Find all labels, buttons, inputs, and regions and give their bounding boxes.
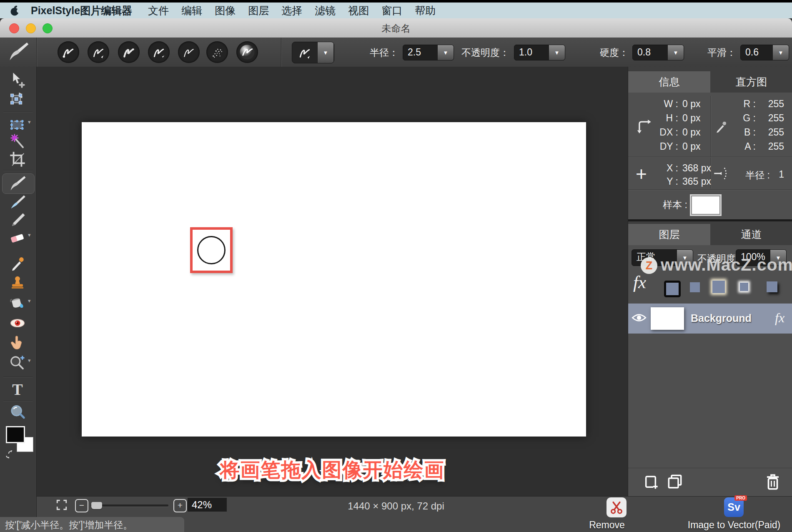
chevron-down-icon: ▼ [667,45,684,60]
remove-background-button[interactable]: Remove Background(Paid) [554,519,660,532]
brush-preset-3[interactable] [118,41,140,63]
menu-item-file[interactable]: 文件 [148,4,169,18]
tab-histogram[interactable]: 直方图 [710,71,792,93]
image-to-vector-button[interactable]: Image to Vector(Paid) [681,519,787,531]
tool-eyedropper[interactable] [5,255,30,273]
b-label: B : [732,127,756,138]
current-tool-brush-icon [6,43,31,61]
tutorial-caption: 将画笔拖入图像开始绘画 将画笔拖入图像开始绘画 [37,457,628,483]
layer-fx-badge[interactable]: fx [775,310,784,326]
divider [3,376,33,377]
tool-eraser[interactable] [5,228,30,247]
smooth-value: 0.6 [741,45,772,60]
zoom-out-button[interactable]: − [75,499,88,512]
remove-background-icon[interactable] [607,497,627,517]
y-value: 365 px [682,176,711,187]
brush-preset-1[interactable] [58,41,79,63]
a-label: A : [732,141,756,152]
layer-effects-label: fx [633,272,646,292]
watermark-text: www.MacZ.com [661,255,792,275]
fx-style-drop-shadow[interactable] [767,281,777,292]
tool-clone-stamp[interactable] [5,274,30,292]
tab-channels[interactable]: 通道 [710,224,792,245]
zoom-percentage[interactable]: 42% [188,498,227,512]
layer-visibility-eye-icon[interactable] [632,313,647,324]
menu-item-view[interactable]: 视图 [348,4,369,18]
tool-paintbrush[interactable] [5,174,30,193]
chevron-down-icon: ▼ [549,45,565,60]
new-layer-button[interactable] [643,473,660,490]
zoom-slider-track[interactable] [91,504,168,507]
chevron-down-icon[interactable]: ▾ [28,119,31,125]
tool-text[interactable]: T [5,380,30,399]
fx-style-outer-glow[interactable] [712,281,725,293]
fx-style-plain[interactable] [690,282,700,292]
tool-move[interactable] [5,71,30,89]
w-label: W : [643,98,678,110]
menu-item-edit[interactable]: 编辑 [181,4,202,18]
menu-item-help[interactable]: 帮助 [415,4,436,18]
divider [3,170,33,171]
fx-style-glow-small[interactable] [740,283,748,291]
layer-row-background[interactable]: Background fx [628,304,792,334]
menu-item-image[interactable]: 图像 [215,4,236,18]
document-canvas[interactable] [82,122,586,437]
a-value: 255 [761,141,784,152]
tab-layers[interactable]: 图层 [628,224,710,245]
tab-info[interactable]: 信息 [628,71,710,93]
h-label: H : [643,113,678,124]
apple-menu-icon[interactable] [10,5,20,16]
divider [710,96,711,188]
chevron-down-icon[interactable]: ▾ [28,298,31,304]
radius-dropdown[interactable]: 2.5 ▼ [403,45,454,60]
tool-crop[interactable] [5,150,30,168]
layer-thumbnail[interactable] [651,307,684,330]
smooth-dropdown[interactable]: 0.6 ▼ [740,45,789,60]
image-to-vector-icon[interactable]: Sv PRO [724,497,744,517]
opacity-dropdown[interactable]: 1.0 ▼ [514,45,565,60]
layer-name[interactable]: Background [691,312,752,324]
menu-item-select[interactable]: 选择 [281,4,302,18]
app-root: PixelStyle图片编辑器 文件 编辑 图像 图层 选择 滤镜 视图 窗口 … [0,0,792,532]
menu-item-filter[interactable]: 滤镜 [315,4,336,18]
tool-paint-bucket[interactable] [5,294,30,313]
tool-zoom-in[interactable] [5,354,30,372]
menu-app-name[interactable]: PixelStyle图片编辑器 [31,4,132,18]
swap-colors-icon[interactable] [4,449,15,459]
tool-palette: ▾ ▾ [0,67,37,532]
hardness-label: 硬度： [579,46,629,59]
duplicate-layer-button[interactable] [667,473,683,490]
opacity-value: 1.0 [514,45,549,60]
chevron-down-icon[interactable]: ▾ [28,232,31,238]
foreground-color-swatch[interactable] [6,426,25,443]
brush-preset-5[interactable] [178,41,200,63]
brush-preset-2[interactable] [88,41,109,63]
tool-airbrush[interactable] [5,193,30,211]
tool-free-transform[interactable] [5,90,30,108]
tool-pencil[interactable] [5,211,30,229]
radius-value: 2.5 [403,45,437,60]
menu-item-window[interactable]: 窗口 [381,4,402,18]
tool-red-eye[interactable] [5,314,30,332]
w-value: 0 px [682,98,700,110]
tool-smudge[interactable] [5,333,30,351]
tool-magnifier[interactable] [5,404,30,422]
zoom-in-button[interactable]: + [173,499,187,512]
tool-magic-wand[interactable] [5,132,30,150]
zoom-slider-thumb[interactable] [91,502,102,509]
chevron-down-icon[interactable]: ▾ [28,357,31,364]
selected-brush-preset-dropdown[interactable]: ▼ [292,42,334,63]
brush-preset-4[interactable] [148,41,170,63]
chevron-down-icon: ▼ [437,45,454,60]
menu-item-layer[interactable]: 图层 [248,4,269,18]
brush-preset-7[interactable] [236,41,258,63]
divider [3,111,33,112]
fx-style-stroke[interactable] [664,281,681,297]
options-toolbar: ▼ 半径： 2.5 ▼ 不透明度： 1.0 ▼ 硬度： 0.8 ▼ 平滑： 0.… [0,38,792,67]
divider [628,189,792,190]
hardness-dropdown[interactable]: 0.8 ▼ [632,45,684,60]
brush-preset-6[interactable] [206,41,228,63]
fit-to-screen-icon[interactable] [56,499,68,511]
delete-layer-trash-button[interactable] [765,473,782,490]
canvas-workspace: 将画笔拖入图像开始绘画 将画笔拖入图像开始绘画 [37,67,628,496]
